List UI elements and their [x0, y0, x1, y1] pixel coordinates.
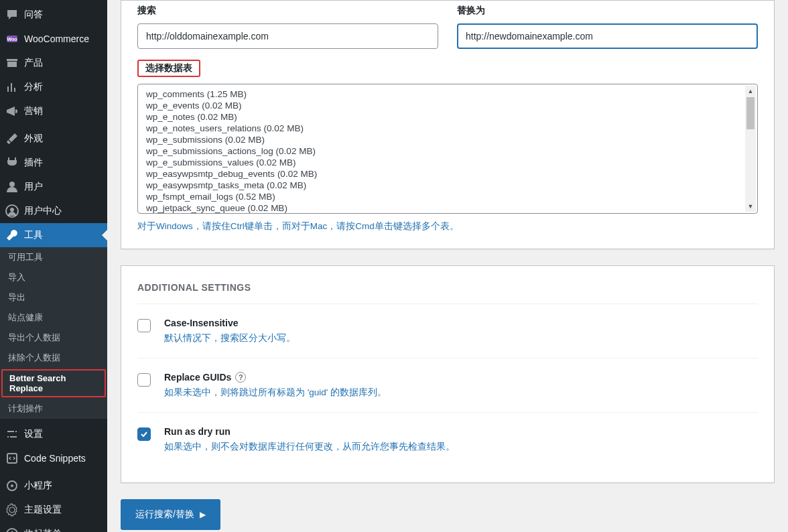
brush-icon [5, 132, 19, 145]
sidebar-label: 产品 [24, 57, 43, 69]
sidebar-label: WooCommerce [24, 34, 89, 44]
search-input[interactable] [137, 23, 438, 49]
replace-input[interactable] [457, 23, 758, 49]
sidebar-label: 问答 [24, 9, 43, 21]
sidebar-label: 主题设置 [24, 504, 62, 516]
table-option[interactable]: wp_easywpsmtp_tasks_meta (0.02 MB) [146, 180, 749, 191]
sidebar-sub-item[interactable]: 抹除个人数据 [0, 348, 107, 368]
table-option[interactable]: wp_e_notes (0.02 MB) [146, 111, 749, 123]
sliders-icon [5, 427, 19, 441]
additional-title: ADDITIONAL SETTINGS [137, 266, 758, 304]
tables-scrollbar[interactable]: ▲ ▼ [745, 86, 756, 212]
tables-select[interactable]: wp_comments (1.25 MB)wp_e_events (0.02 M… [137, 84, 758, 214]
sidebar-sub-item[interactable]: 站点健康 [0, 308, 107, 328]
megaphone-icon [5, 105, 19, 118]
sidebar-item-code-snippets[interactable]: Code Snippets [0, 446, 107, 470]
table-option[interactable]: wp_jetpack_sync_queue (0.02 MB) [146, 202, 749, 213]
sidebar-submenu: 可用工具导入导出站点健康导出个人数据抹除个人数据Better Search Re… [0, 247, 107, 419]
table-option[interactable]: wp_comments (1.25 MB) [146, 88, 749, 100]
search-label: 搜索 [137, 5, 438, 17]
case-insensitive-checkbox[interactable] [137, 319, 151, 332]
chat-icon [5, 8, 19, 21]
swirl-icon [5, 479, 19, 492]
replace-guids-checkbox[interactable] [137, 373, 151, 387]
dry-desc: 如果选中，则不会对数据库进行任何更改，从而允许您事先检查结果。 [164, 441, 455, 453]
sidebar-item-theme-settings[interactable]: 主题设置 [0, 498, 107, 522]
sidebar-sub-item[interactable]: 导出 [0, 287, 107, 308]
sidebar-sub-item[interactable]: 导入 [0, 267, 107, 287]
run-search-replace-button[interactable]: 运行搜索/替换 ▶ [121, 499, 220, 530]
dry-run-checkbox[interactable] [137, 427, 151, 441]
scroll-up-icon[interactable]: ▲ [745, 86, 756, 96]
sidebar-label: 用户中心 [24, 205, 62, 217]
table-option[interactable]: wp_e_submissions_actions_log (0.02 MB) [146, 145, 749, 157]
user-icon [5, 180, 19, 194]
replace-label: 替换为 [457, 5, 758, 17]
guids-desc: 如果未选中，则将跳过所有标题为 'guid' 的数据库列。 [164, 387, 387, 399]
sidebar-item-appearance[interactable]: 外观 [0, 127, 107, 151]
sidebar-item-settings[interactable]: 设置 [0, 422, 107, 446]
sidebar-label: Code Snippets [24, 453, 86, 464]
sidebar-sub-item[interactable]: 计划操作 [0, 399, 107, 419]
table-option[interactable]: wp_easywpsmtp_debug_events (0.02 MB) [146, 168, 749, 180]
sidebar-label: 小程序 [24, 480, 52, 492]
case-desc: 默认情况下，搜索区分大小写。 [164, 332, 296, 344]
sidebar-item-marketing[interactable]: 营销 [0, 99, 107, 123]
sidebar-item-woocommerce[interactable]: Woo WooCommerce [0, 27, 107, 51]
sidebar-item-collapse[interactable]: 收起菜单 [0, 522, 107, 532]
scroll-thumb[interactable] [746, 97, 754, 129]
guids-title-text: Replace GUIDs [164, 372, 231, 383]
chart-icon [5, 80, 19, 94]
sidebar-item-analytics[interactable]: 分析 [0, 75, 107, 99]
sidebar-label: 用户 [24, 181, 43, 193]
sidebar-item-user-center[interactable]: 用户中心 [0, 199, 107, 223]
tables-label: 选择数据表 [137, 60, 200, 77]
svg-point-7 [11, 484, 13, 487]
table-option[interactable]: wp_e_submissions_values (0.02 MB) [146, 157, 749, 168]
sidebar-sub-item[interactable]: 可用工具 [0, 247, 107, 267]
case-title: Case-Insensitive [164, 318, 296, 328]
sidebar-item-miniprogram[interactable]: 小程序 [0, 474, 107, 498]
table-option[interactable]: wp_e_events (0.02 MB) [146, 100, 749, 111]
tables-help: 对于Windows，请按住Ctrl键单击，而对于Mac，请按Cmd单击键选择多个… [137, 220, 758, 232]
wrench-icon [5, 228, 19, 242]
guids-title: Replace GUIDs ? [164, 372, 387, 383]
sidebar-item-plugins[interactable]: 插件 [0, 151, 107, 175]
svg-text:Woo: Woo [7, 37, 17, 42]
main-content: 搜索 替换为 选择数据表 wp_comments (1.25 MB)wp_e_e… [107, 0, 788, 532]
sidebar-label: 工具 [24, 229, 43, 241]
additional-settings-card: ADDITIONAL SETTINGS Case-Insensitive 默认情… [121, 265, 775, 483]
sidebar-item-products[interactable]: 产品 [0, 51, 107, 75]
sidebar-item-users[interactable]: 用户 [0, 175, 107, 199]
dry-title: Run as dry run [164, 426, 455, 437]
sidebar-label: 分析 [24, 81, 43, 93]
sidebar-item-tools[interactable]: 工具 [0, 223, 107, 247]
table-option[interactable]: wp_e_submissions (0.02 MB) [146, 134, 749, 145]
search-replace-card: 搜索 替换为 选择数据表 wp_comments (1.25 MB)wp_e_e… [121, 0, 775, 249]
sidebar-sub-item[interactable]: 导出个人数据 [0, 328, 107, 348]
svg-point-4 [10, 208, 14, 212]
sidebar-sub-item[interactable]: Better Search Replace [1, 369, 106, 397]
collapse-icon [5, 527, 19, 532]
table-option[interactable]: wp_e_notes_users_relations (0.02 MB) [146, 123, 749, 134]
help-icon[interactable]: ? [235, 372, 246, 383]
submit-label: 运行搜索/替换 [135, 509, 194, 521]
plug-icon [5, 156, 19, 170]
chevron-right-icon: ▶ [200, 510, 206, 519]
sidebar-label: 营销 [24, 105, 43, 117]
admin-sidebar: 问答 Woo WooCommerce 产品 分析 营销 外观 插件 用 [0, 0, 107, 532]
scroll-down-icon[interactable]: ▼ [745, 201, 756, 212]
sidebar-item-qa[interactable]: 问答 [0, 3, 107, 27]
sidebar-label: 设置 [24, 428, 43, 440]
sidebar-label: 插件 [24, 157, 43, 169]
circle-user-icon [5, 204, 19, 218]
sidebar-label: 外观 [24, 133, 43, 145]
archive-icon [5, 56, 19, 70]
table-option[interactable]: wp_fsmpt_email_logs (0.52 MB) [146, 191, 749, 202]
woo-icon: Woo [5, 32, 19, 46]
gear-icon [5, 503, 19, 517]
sidebar-label: 收起菜单 [24, 528, 62, 532]
code-icon [5, 452, 19, 465]
svg-point-2 [9, 182, 15, 187]
